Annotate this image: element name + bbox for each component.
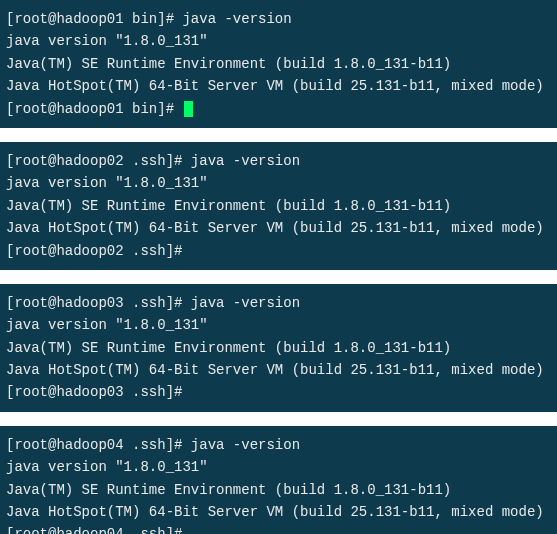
terminal-hadoop01[interactable]: [root@hadoop01 bin]# java -version java … xyxy=(0,0,557,128)
terminal-hadoop04[interactable]: [root@hadoop04 .ssh]# java -version java… xyxy=(0,426,557,534)
prompt-ready: [root@hadoop04 .ssh]# xyxy=(6,523,551,534)
java-version-output: java version "1.8.0_131" xyxy=(6,172,551,194)
java-version-output: java version "1.8.0_131" xyxy=(6,314,551,336)
cursor-icon xyxy=(184,101,193,117)
java-runtime-output: Java(TM) SE Runtime Environment (build 1… xyxy=(6,195,551,217)
java-hotspot-output: Java HotSpot(TM) 64-Bit Server VM (build… xyxy=(6,217,551,239)
prompt-command: [root@hadoop04 .ssh]# java -version xyxy=(6,434,551,456)
prompt-ready: [root@hadoop01 bin]# xyxy=(6,98,551,120)
java-hotspot-output: Java HotSpot(TM) 64-Bit Server VM (build… xyxy=(6,359,551,381)
prompt-ready: [root@hadoop02 .ssh]# xyxy=(6,240,551,262)
terminal-hadoop02[interactable]: [root@hadoop02 .ssh]# java -version java… xyxy=(0,142,557,270)
java-version-output: java version "1.8.0_131" xyxy=(6,30,551,52)
prompt-ready: [root@hadoop03 .ssh]# xyxy=(6,381,551,403)
prompt-command: [root@hadoop02 .ssh]# java -version xyxy=(6,150,551,172)
java-hotspot-output: Java HotSpot(TM) 64-Bit Server VM (build… xyxy=(6,501,551,523)
java-runtime-output: Java(TM) SE Runtime Environment (build 1… xyxy=(6,53,551,75)
terminal-hadoop03[interactable]: [root@hadoop03 .ssh]# java -version java… xyxy=(0,284,557,412)
java-hotspot-output: Java HotSpot(TM) 64-Bit Server VM (build… xyxy=(6,75,551,97)
java-runtime-output: Java(TM) SE Runtime Environment (build 1… xyxy=(6,479,551,501)
java-runtime-output: Java(TM) SE Runtime Environment (build 1… xyxy=(6,337,551,359)
prompt-command: [root@hadoop03 .ssh]# java -version xyxy=(6,292,551,314)
java-version-output: java version "1.8.0_131" xyxy=(6,456,551,478)
prompt-command: [root@hadoop01 bin]# java -version xyxy=(6,8,551,30)
